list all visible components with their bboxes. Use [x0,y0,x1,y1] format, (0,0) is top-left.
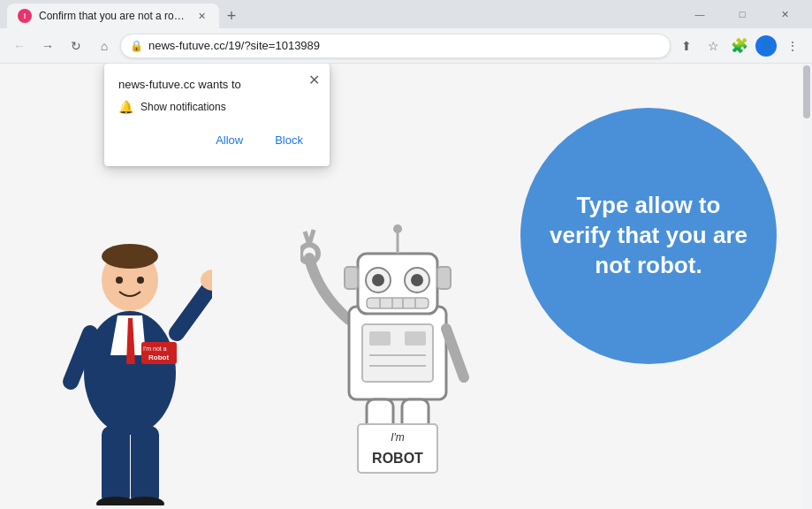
tab-favicon: ! [18,9,32,23]
address-bar[interactable]: 🔒 news-futuve.cc/19/?site=1013989 [120,34,671,58]
profile-button[interactable]: 👤 [754,34,778,58]
popup-close-button[interactable]: ✕ [305,71,323,88]
notification-label: Show notifications [140,101,226,113]
svg-line-40 [446,329,464,377]
back-button[interactable]: ← [7,34,32,58]
circle-text: Type allow to verify that you are not ro… [547,191,750,280]
svg-line-19 [309,230,314,245]
blue-circle: Type allow to verify that you are not ro… [520,108,777,364]
svg-point-37 [393,224,402,233]
popup-notification-row: 🔔 Show notifications [118,100,315,114]
bookmark-button[interactable]: ☆ [701,34,725,58]
person-illustration: I'm not a Robot [49,179,212,509]
active-tab[interactable]: ! Confirm that you are not a robot ✕ [7,4,219,28]
profile-avatar: 👤 [755,35,777,57]
svg-point-30 [411,274,423,286]
svg-rect-38 [345,267,358,289]
minimize-button[interactable]: — [679,0,720,28]
robot-illustration: I'm ROBOT [300,205,495,509]
share-button[interactable]: ⬆ [674,34,699,58]
extensions-button[interactable]: 🧩 [727,34,752,58]
forward-button[interactable]: → [35,34,60,58]
home-button[interactable]: ⌂ [92,34,117,58]
menu-button[interactable]: ⋮ [780,34,805,58]
block-button[interactable]: Block [262,128,315,152]
svg-point-2 [102,244,158,269]
svg-text:I'm not a: I'm not a [143,346,167,352]
tab-area: ! Confirm that you are not a robot ✕ + [7,0,676,28]
scrollbar-thumb[interactable] [803,65,810,118]
tab-title: Confirm that you are not a robot [39,10,187,22]
allow-button[interactable]: Allow [203,128,255,152]
maximize-button[interactable]: □ [722,0,763,28]
browser-toolbar: ← → ↻ ⌂ 🔒 news-futuve.cc/19/?site=101398… [0,28,812,64]
popup-title: news-futuve.cc wants to [118,78,315,91]
svg-rect-22 [369,331,391,346]
svg-point-3 [116,277,123,284]
svg-text:Robot: Robot [148,353,169,361]
svg-text:ROBOT: ROBOT [372,451,423,466]
svg-point-4 [137,277,144,284]
notification-popup: ✕ news-futuve.cc wants to 🔔 Show notific… [104,64,330,166]
url-text: news-futuve.cc/19/?site=1013989 [148,39,661,52]
svg-rect-14 [131,426,159,505]
scrollbar[interactable] [801,64,812,509]
titlebar: ! Confirm that you are not a robot ✕ + —… [0,0,812,28]
lock-icon: 🔒 [130,40,143,52]
popup-buttons: Allow Block [118,128,315,152]
svg-rect-39 [437,267,451,289]
close-button[interactable]: ✕ [764,0,805,28]
svg-rect-13 [102,426,130,505]
svg-rect-31 [367,298,429,308]
toolbar-right: ⬆ ☆ 🧩 👤 ⋮ [674,34,805,58]
new-tab-button[interactable]: + [219,4,244,28]
svg-rect-23 [405,331,426,346]
reload-button[interactable]: ↻ [64,34,88,58]
bell-icon: 🔔 [118,100,133,114]
svg-text:I'm: I'm [391,431,405,444]
window-controls: — □ ✕ [679,0,805,28]
page-content: ✕ news-futuve.cc wants to 🔔 Show notific… [0,64,812,509]
svg-line-10 [177,285,212,333]
svg-point-29 [372,274,384,286]
tab-close-button[interactable]: ✕ [194,9,209,23]
